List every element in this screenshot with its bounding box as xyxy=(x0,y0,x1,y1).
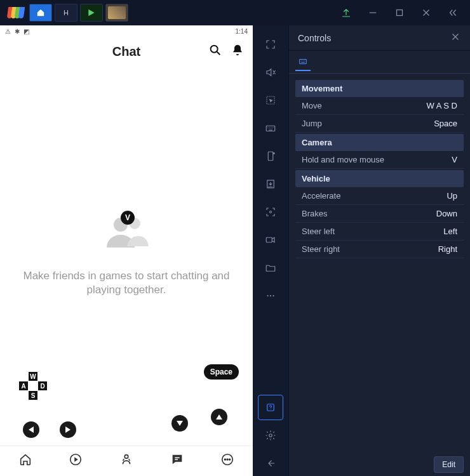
v-key-badge[interactable]: V xyxy=(121,211,135,225)
page-title: Chat xyxy=(112,44,140,59)
app-header: Chat xyxy=(0,37,253,66)
svg-text:APK: APK xyxy=(268,186,273,188)
help-button[interactable] xyxy=(258,395,283,420)
key-a[interactable]: A xyxy=(19,381,28,390)
wasd-dpad[interactable]: W A S D xyxy=(19,372,47,400)
scheme-tab[interactable] xyxy=(295,53,311,71)
dots-icon xyxy=(265,290,276,301)
media-folder-button[interactable] xyxy=(258,255,283,281)
control-left[interactable] xyxy=(23,421,39,438)
svg-point-5 xyxy=(124,455,128,459)
maximize-button[interactable] xyxy=(386,0,413,25)
triangle-left-icon xyxy=(29,426,34,433)
control-up[interactable] xyxy=(211,409,227,425)
home-tab[interactable] xyxy=(29,4,52,22)
bottom-nav xyxy=(0,446,253,476)
key-d[interactable]: D xyxy=(38,381,47,390)
close-icon xyxy=(450,31,461,43)
right-toolbar: APK xyxy=(253,25,288,476)
close-window-button[interactable] xyxy=(413,0,440,25)
svg-point-18 xyxy=(270,295,271,296)
collapse-sidebar-button[interactable] xyxy=(440,0,466,25)
control-label: Brakes xyxy=(302,209,436,218)
record-button[interactable] xyxy=(258,227,283,253)
search-button[interactable] xyxy=(208,43,222,60)
play-icon xyxy=(87,8,96,17)
apk-button[interactable]: APK xyxy=(258,171,283,197)
minimize-button[interactable] xyxy=(359,0,386,25)
nav-home[interactable] xyxy=(18,453,32,470)
control-right[interactable] xyxy=(60,421,76,438)
nav-discover[interactable] xyxy=(69,453,83,470)
keymap-button[interactable] xyxy=(258,116,283,141)
keyboard-icon xyxy=(265,122,276,134)
control-value: Up xyxy=(446,191,457,201)
nav-chat[interactable] xyxy=(170,453,184,470)
panel-title: Controls xyxy=(298,33,331,43)
control-row: MoveW A S D xyxy=(295,97,464,115)
volume-mute-icon xyxy=(265,67,276,78)
play-circle-icon xyxy=(69,453,83,466)
game-thumb-icon xyxy=(108,6,126,19)
control-label: Accelerate xyxy=(302,191,446,201)
svg-point-17 xyxy=(267,295,268,296)
close-icon xyxy=(420,7,432,18)
triangle-up-icon xyxy=(216,414,222,420)
space-key-overlay[interactable]: Space xyxy=(204,364,239,380)
control-label: Hold and move mouse xyxy=(302,155,452,164)
game-tab[interactable] xyxy=(105,4,128,22)
home-outline-icon xyxy=(18,453,32,466)
playstore-tab[interactable] xyxy=(80,4,103,22)
square-icon: ◩ xyxy=(24,28,29,35)
control-label: Steer right xyxy=(302,244,438,254)
control-value: W A S D xyxy=(427,101,457,110)
more-tools-button[interactable] xyxy=(258,283,283,308)
nav-avatar[interactable] xyxy=(119,453,133,470)
controls-panel: Controls MovementMoveW A S DJumpSpaceCam… xyxy=(288,25,470,476)
settings-small-icon: ✱ xyxy=(15,28,20,35)
notifications-button[interactable] xyxy=(231,44,244,59)
section-header: Camera xyxy=(295,134,464,151)
control-value: V xyxy=(452,155,457,164)
bell-icon xyxy=(231,44,244,56)
mute-button[interactable] xyxy=(258,60,283,85)
section-header: Movement xyxy=(295,80,464,97)
chevrons-left-icon xyxy=(447,7,459,18)
settings-button[interactable] xyxy=(258,423,283,448)
section-header: Vehicle xyxy=(295,170,464,187)
back-button[interactable] xyxy=(258,451,283,476)
app-logo-tab[interactable] xyxy=(4,4,27,22)
minimize-icon xyxy=(367,7,379,18)
key-w[interactable]: W xyxy=(29,372,37,381)
control-down[interactable] xyxy=(171,415,188,432)
help-icon xyxy=(265,402,276,413)
triangle-right-icon xyxy=(65,426,70,433)
key-s[interactable]: S xyxy=(29,391,37,400)
emulator-viewport: ⚠ ✱ ◩ 1:14 Chat xyxy=(0,25,253,476)
upload-button[interactable] xyxy=(333,0,359,25)
android-status-bar: ⚠ ✱ ◩ 1:14 xyxy=(0,25,253,37)
fullscreen-button[interactable] xyxy=(258,32,283,57)
close-panel-button[interactable] xyxy=(450,31,461,44)
nav-more[interactable] xyxy=(220,453,234,470)
svg-rect-16 xyxy=(266,237,272,242)
cursor-lock-button[interactable] xyxy=(258,88,283,113)
chat-filled-icon xyxy=(170,453,184,466)
search-icon xyxy=(208,43,222,57)
upload-icon xyxy=(340,7,352,18)
control-row: BrakesDown xyxy=(295,205,464,223)
avatar-icon xyxy=(119,453,133,466)
install-apk-button[interactable] xyxy=(258,143,283,169)
phone-install-icon xyxy=(265,150,276,162)
home-icon xyxy=(36,8,45,17)
tab-h[interactable]: H xyxy=(55,4,77,22)
people-icon: V xyxy=(104,215,149,258)
control-row: Hold and move mouseV xyxy=(295,151,464,169)
control-row: AccelerateUp xyxy=(295,187,464,205)
edit-button[interactable]: Edit xyxy=(434,456,464,473)
locate-icon xyxy=(265,206,276,218)
control-label: Steer left xyxy=(302,227,443,236)
bluestacks-logo-icon xyxy=(8,7,23,18)
locate-button[interactable] xyxy=(258,199,283,225)
svg-rect-12 xyxy=(268,152,273,161)
